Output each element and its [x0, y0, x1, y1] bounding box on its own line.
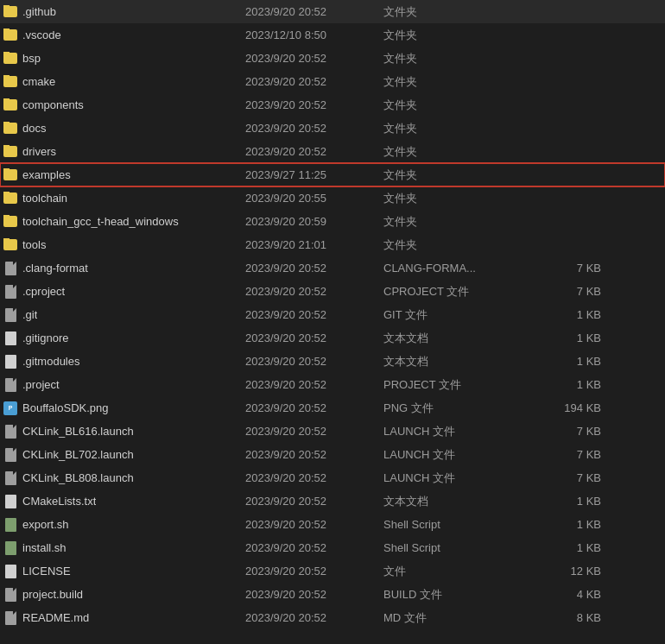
- table-row[interactable]: examples 2023/9/27 11:25 文件夹: [0, 163, 665, 186]
- file-name-cell: .github: [3, 5, 245, 19]
- file-name-cell: cmake: [3, 75, 245, 89]
- file-date: 2023/9/20 20:52: [245, 588, 383, 601]
- table-row[interactable]: project.build 2023/9/20 20:52 BUILD 文件 4…: [0, 583, 665, 606]
- file-name: toolchain: [22, 192, 67, 205]
- file-date: 2023/9/20 20:52: [245, 495, 383, 508]
- file-size: 7 KB: [539, 471, 608, 484]
- table-row[interactable]: P BouffaloSDK.png 2023/9/20 20:52 PNG 文件…: [0, 396, 665, 420]
- file-name-cell: export.sh: [3, 518, 245, 532]
- file-icon: [5, 355, 16, 369]
- file-date: 2023/9/20 20:52: [245, 401, 383, 414]
- table-row[interactable]: .gitmodules 2023/9/20 20:52 文本文档 1 KB: [0, 350, 665, 373]
- file-date: 2023/9/20 20:52: [245, 145, 383, 158]
- file-type: 文件夹: [383, 144, 539, 160]
- file-date: 2023/9/20 20:52: [245, 262, 383, 275]
- table-row[interactable]: CKLink_BL702.launch 2023/9/20 20:52 LAUN…: [0, 443, 665, 466]
- file-type: 文本文档: [383, 354, 539, 369]
- table-row[interactable]: docs 2023/9/20 20:52 文件夹: [0, 117, 665, 140]
- table-row[interactable]: .gitignore 2023/9/20 20:52 文本文档 1 KB: [0, 326, 665, 350]
- file-date: 2023/9/20 20:52: [245, 331, 383, 344]
- file-date: 2023/9/20 20:52: [245, 98, 383, 111]
- file-icon-wrapper: [3, 75, 17, 89]
- file-name: BouffaloSDK.png: [22, 401, 109, 414]
- file-date: 2023/9/20 20:52: [245, 611, 383, 624]
- file-date: 2023/9/20 20:52: [245, 355, 383, 368]
- file-type: 文件夹: [383, 51, 539, 66]
- folder-icon: [3, 99, 17, 110]
- file-type: LAUNCH 文件: [383, 470, 539, 486]
- file-name: export.sh: [22, 518, 68, 531]
- file-icon-wrapper: [3, 98, 17, 112]
- file-name-cell: tools: [3, 238, 245, 252]
- file-type: 文本文档: [383, 331, 539, 346]
- file-name: .github: [22, 5, 56, 18]
- table-row[interactable]: export.sh 2023/9/20 20:52 Shell Script 1…: [0, 513, 665, 536]
- file-name: .clang-format: [22, 262, 88, 275]
- file-name-cell: project.build: [3, 588, 245, 602]
- table-row[interactable]: .git 2023/9/20 20:52 GIT 文件 1 KB: [0, 303, 665, 326]
- file-icon: [5, 495, 16, 508]
- file-icon-wrapper: [3, 145, 17, 159]
- file-icon: [5, 425, 16, 439]
- file-date: 2023/9/20 20:52: [245, 471, 383, 484]
- file-size: 194 KB: [539, 401, 608, 414]
- table-row[interactable]: toolchain_gcc_t-head_windows 2023/9/20 2…: [0, 210, 665, 233]
- file-size: 7 KB: [539, 285, 608, 298]
- file-name-cell: components: [3, 98, 245, 112]
- table-row[interactable]: README.md 2023/9/20 20:52 MD 文件 8 KB: [0, 606, 665, 629]
- table-row[interactable]: toolchain 2023/9/20 20:55 文件夹: [0, 186, 665, 210]
- file-size: 1 KB: [539, 308, 608, 321]
- file-type: 文件夹: [383, 167, 539, 183]
- file-type: 文件夹: [383, 4, 539, 20]
- table-row[interactable]: cmake 2023/9/20 20:52 文件夹: [0, 70, 665, 93]
- table-row[interactable]: CKLink_BL808.launch 2023/9/20 20:52 LAUN…: [0, 466, 665, 489]
- file-name: bsp: [22, 52, 41, 65]
- file-name: .git: [22, 308, 37, 321]
- table-row[interactable]: tools 2023/9/20 21:01 文件夹: [0, 233, 665, 256]
- file-name-cell: CKLink_BL616.launch: [3, 425, 245, 439]
- file-icon-wrapper: [3, 5, 17, 19]
- table-row[interactable]: .clang-format 2023/9/20 20:52 CLANG-FORM…: [0, 256, 665, 280]
- file-icon-wrapper: [3, 448, 17, 462]
- table-row[interactable]: CMakeLists.txt 2023/9/20 20:52 文本文档 1 KB: [0, 489, 665, 513]
- table-row[interactable]: bsp 2023/9/20 20:52 文件夹: [0, 47, 665, 70]
- file-icon-wrapper: [3, 285, 17, 299]
- table-row[interactable]: install.sh 2023/9/20 20:52 Shell Script …: [0, 536, 665, 559]
- folder-icon: [3, 76, 17, 87]
- file-date: 2023/9/20 20:52: [245, 425, 383, 438]
- folder-icon: [3, 146, 17, 157]
- file-date: 2023/9/20 20:52: [245, 308, 383, 321]
- table-row[interactable]: .project 2023/9/20 20:52 PROJECT 文件 1 KB: [0, 373, 665, 396]
- file-name: drivers: [22, 145, 56, 158]
- file-type: 文件夹: [383, 121, 539, 136]
- file-type: 文件夹: [383, 98, 539, 113]
- file-date: 2023/9/20 20:59: [245, 215, 383, 228]
- file-name-cell: LICENSE: [3, 565, 245, 578]
- file-date: 2023/9/20 20:52: [245, 541, 383, 554]
- file-name: components: [22, 98, 84, 111]
- file-icon-wrapper: [3, 308, 17, 322]
- file-icon: [5, 378, 16, 392]
- file-icon: [5, 611, 16, 625]
- table-row[interactable]: drivers 2023/9/20 20:52 文件夹: [0, 140, 665, 163]
- file-icon: [5, 331, 16, 345]
- file-size: 1 KB: [539, 518, 608, 531]
- file-type: CLANG-FORMA...: [383, 262, 539, 275]
- file-name: CKLink_BL702.launch: [22, 448, 134, 461]
- file-icon: [5, 448, 16, 462]
- file-name-cell: README.md: [3, 611, 245, 625]
- table-row[interactable]: .vscode 2023/12/10 8:50 文件夹: [0, 23, 665, 47]
- table-row[interactable]: components 2023/9/20 20:52 文件夹: [0, 93, 665, 117]
- file-icon-wrapper: [3, 518, 17, 532]
- file-name-cell: .project: [3, 378, 245, 392]
- file-icon-wrapper: [3, 168, 17, 182]
- table-row[interactable]: .github 2023/9/20 20:52 文件夹: [0, 0, 665, 23]
- table-row[interactable]: CKLink_BL616.launch 2023/9/20 20:52 LAUN…: [0, 420, 665, 443]
- file-name-cell: bsp: [3, 52, 245, 66]
- file-name-cell: toolchain_gcc_t-head_windows: [3, 215, 245, 229]
- file-date: 2023/9/20 20:52: [245, 378, 383, 391]
- table-row[interactable]: LICENSE 2023/9/20 20:52 文件 12 KB: [0, 559, 665, 583]
- table-row[interactable]: .cproject 2023/9/20 20:52 CPROJECT 文件 7 …: [0, 280, 665, 303]
- file-size: 1 KB: [539, 378, 608, 391]
- file-name-cell: .vscode: [3, 28, 245, 42]
